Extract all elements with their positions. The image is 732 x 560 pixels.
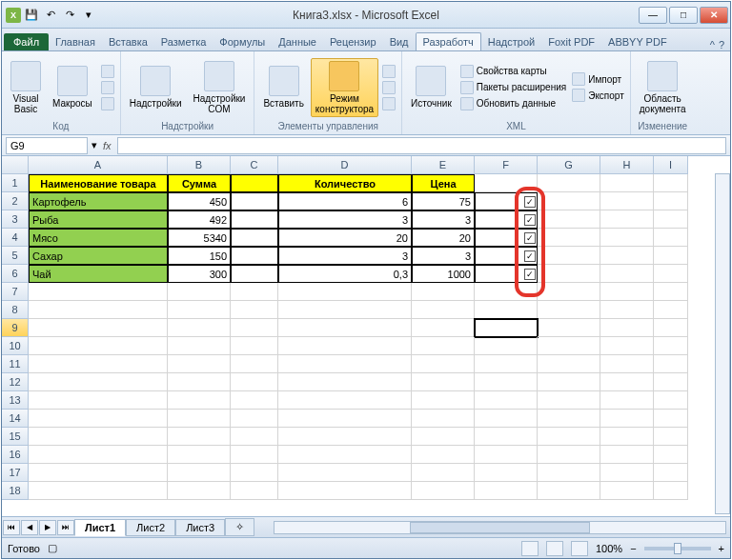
cell-empty[interactable] [654,301,688,319]
qat-dropdown-icon[interactable]: ▾ [80,7,97,24]
cell-empty[interactable] [654,428,688,446]
cell-empty[interactable] [538,337,600,355]
import-button[interactable]: Импорт [570,71,626,87]
row-header-3[interactable]: 3 [2,210,29,229]
sheet-nav-next[interactable]: ▶ [39,520,56,535]
cell-empty[interactable] [412,337,475,355]
cell-empty[interactable] [231,283,278,301]
tab-view[interactable]: Вид [383,33,416,50]
cell-empty[interactable] [168,337,231,355]
cell-price-6[interactable]: 1000 [412,265,475,283]
export-button[interactable]: Экспорт [570,88,626,103]
row-header-6[interactable]: 6 [2,265,29,283]
cell-empty[interactable] [475,464,538,482]
cell-c-6[interactable] [231,265,278,283]
macro-record-icon[interactable]: ▢ [48,542,57,554]
cell-empty[interactable] [600,373,654,391]
cell-name-5[interactable]: Сахар [29,247,168,265]
cell-empty[interactable] [538,229,600,247]
vertical-scrollbar[interactable] [715,173,730,514]
expansion-packs-button[interactable]: Пакеты расширения [458,80,568,95]
cell-empty[interactable] [475,446,538,464]
cell-empty[interactable] [654,337,688,355]
cell-empty[interactable] [538,410,600,428]
cell-empty[interactable] [278,410,412,428]
row-header-16[interactable]: 16 [2,446,29,464]
tab-addins[interactable]: Надстрой [481,33,541,50]
cell-qty-6[interactable]: 0,3 [278,265,412,283]
cell-empty[interactable] [538,210,600,229]
cell-empty[interactable] [231,482,278,500]
row-header-7[interactable]: 7 [2,283,29,301]
col-header-F[interactable]: F [475,156,538,174]
cell-empty[interactable] [654,174,688,192]
cell-empty[interactable] [29,319,168,337]
cell-empty[interactable] [231,410,278,428]
cell-empty[interactable] [600,229,654,247]
tab-abbyy[interactable]: ABBYY PDF [601,33,674,50]
excel-icon[interactable]: X [6,8,21,23]
cell-empty[interactable] [168,464,231,482]
checkbox-5[interactable]: ✓ [524,250,536,262]
cell-price-3[interactable]: 3 [412,210,475,229]
cell-sum-2[interactable]: 450 [168,192,231,210]
zoom-slider[interactable] [644,547,711,550]
cell-price-2[interactable]: 75 [412,192,475,210]
cell-empty[interactable] [654,247,688,265]
cell-empty[interactable] [29,373,168,391]
cell-empty[interactable] [654,319,688,337]
view-normal-button[interactable] [521,541,539,556]
row-header-14[interactable]: 14 [2,410,29,428]
relative-ref-button[interactable] [99,80,116,95]
checkbox-6[interactable]: ✓ [524,269,536,280]
fx-icon[interactable]: fx [97,140,117,151]
cell-empty[interactable] [168,391,231,410]
cell-empty[interactable] [29,428,168,446]
cell-empty[interactable] [278,482,412,500]
cell-empty[interactable] [231,428,278,446]
help-icon[interactable]: ? [719,39,724,50]
view-code-button[interactable] [380,80,397,95]
zoom-out-button[interactable]: − [630,543,636,554]
tab-formulas[interactable]: Формулы [213,33,272,50]
ribbon-minimize-icon[interactable]: ^ [710,39,715,50]
record-macro-button[interactable] [99,64,116,79]
cell-empty[interactable] [654,192,688,210]
cell-empty[interactable] [475,373,538,391]
cell-empty[interactable] [168,283,231,301]
save-icon[interactable]: 💾 [23,7,40,24]
horizontal-scrollbar[interactable] [274,521,726,534]
view-pagebreak-button[interactable] [571,541,588,556]
tab-insert[interactable]: Вставка [102,33,154,50]
row-header-1[interactable]: 1 [2,174,29,192]
cell-chk-2[interactable]: ✓ [475,192,538,210]
cell-chk-4[interactable]: ✓ [475,229,538,247]
cell-empty[interactable] [654,391,688,410]
cell-name-4[interactable]: Мясо [29,229,168,247]
row-header-12[interactable]: 12 [2,373,29,391]
cell-empty[interactable] [231,301,278,319]
insert-control-button[interactable]: Вставить [258,63,308,111]
cell-empty[interactable] [412,355,475,373]
cell-qty-5[interactable]: 3 [278,247,412,265]
cell-empty[interactable] [475,410,538,428]
cell-empty[interactable] [278,446,412,464]
cell-empty[interactable] [278,319,412,337]
cell-empty[interactable] [29,301,168,319]
cell-empty[interactable] [654,464,688,482]
close-button[interactable]: ✕ [700,7,728,24]
tab-foxit[interactable]: Foxit PDF [541,33,601,50]
cell-empty[interactable] [278,355,412,373]
cell-empty[interactable] [412,482,475,500]
grid[interactable]: ABCDEFGHI1Наименование товараСуммаКоличе… [2,156,730,500]
cell-empty[interactable] [231,446,278,464]
row-header-18[interactable]: 18 [2,482,29,500]
cell-empty[interactable] [168,446,231,464]
cell-empty[interactable] [600,410,654,428]
cell-empty[interactable] [600,265,654,283]
cell-empty[interactable] [600,247,654,265]
select-all-cell[interactable] [2,156,29,174]
cell-qty-2[interactable]: 6 [278,192,412,210]
row-header-4[interactable]: 4 [2,229,29,247]
cell-empty[interactable] [231,319,278,337]
